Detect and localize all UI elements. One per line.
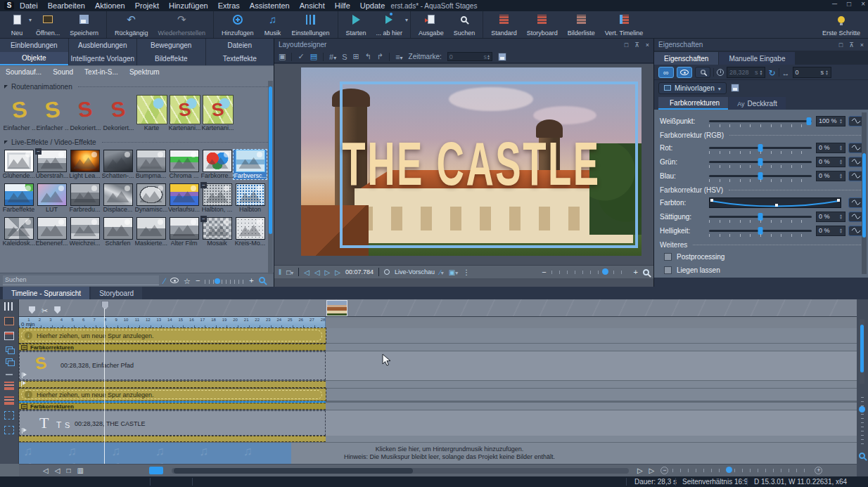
menu-item[interactable]: Datei (20, 1, 38, 10)
effect-item[interactable]: Farbkorre... (200, 150, 234, 179)
loop-button[interactable] (149, 467, 163, 474)
pin-panel-icon[interactable]: ⊼ (849, 41, 854, 48)
menu-item[interactable]: Ansicht (300, 1, 325, 10)
zoom-out-icon[interactable]: − (542, 268, 546, 276)
keyframe-flag-icon[interactable] (21, 381, 27, 387)
rail-icon[interactable] (4, 302, 14, 311)
effect-item[interactable]: Ebenenef... (35, 217, 68, 247)
timeline-clip-title[interactable]: 00:28,328, THE CASTLE (19, 410, 857, 436)
library-tab[interactable]: Einblendungen (0, 39, 68, 52)
collapse-icon[interactable] (21, 404, 27, 409)
list-icon[interactable]: ≡ (395, 53, 402, 61)
track-header[interactable]: Farbkorrekturen (19, 344, 857, 351)
go-start-icon[interactable]: ◁ (43, 467, 49, 474)
timeline-zoom-fit-icon[interactable] (859, 453, 865, 459)
step-back-icon[interactable]: ◁ (55, 467, 60, 474)
toolbar-button[interactable]: Ausgabe (414, 11, 449, 38)
library-subtab[interactable]: Soundauf... (6, 68, 42, 76)
video-preview[interactable]: THE CASTLE (301, 67, 642, 256)
jump-end-icon[interactable]: ▷ (325, 268, 331, 276)
select-tool-icon[interactable]: ▣ (279, 52, 286, 61)
rail-icon[interactable] (4, 411, 14, 420)
timeline-clip-path[interactable]: 00:28,328, Einfacher Pfad (19, 351, 857, 380)
effect-item[interactable]: Farbversc... (234, 150, 267, 179)
properties-scrollbar[interactable] (862, 112, 867, 274)
apply-icon[interactable]: ✓ (298, 52, 304, 61)
screen-icon[interactable]: ▤ (310, 52, 317, 61)
effect-item[interactable]: Überstrah... (35, 150, 68, 179)
rail-icon[interactable] (4, 426, 14, 434)
keyframe-flag-icon[interactable] (22, 372, 27, 378)
effect-item[interactable]: Chroma ... (167, 150, 200, 179)
slider-thumb[interactable] (758, 158, 763, 166)
save-view-icon[interactable] (498, 53, 506, 61)
timeline-hscrollbar[interactable] (172, 468, 629, 474)
curve-handle[interactable] (775, 204, 778, 207)
rail-icon[interactable] (4, 317, 14, 325)
effect-item[interactable]: Halbton (234, 183, 267, 213)
offset-input[interactable]: 0 s (793, 67, 831, 78)
duration-input[interactable]: 28,328 s (727, 67, 765, 78)
toolbar-button[interactable]: Hinzufügen (217, 11, 259, 38)
toolbar-button[interactable]: Starten (341, 11, 371, 38)
effect-item[interactable]: Schärfen (101, 217, 134, 247)
stop-icon[interactable]: □ (66, 467, 70, 474)
more-options-icon[interactable]: ⋮ (463, 268, 470, 276)
thumbnail-size-slider[interactable] (205, 280, 244, 284)
playhead-marker[interactable] (101, 301, 109, 310)
track-drop-zone[interactable]: Hierher ziehen, um neue Spur anzulegen. (19, 389, 857, 401)
spinner[interactable] (825, 70, 829, 75)
scrollbar-thumb[interactable] (174, 468, 413, 474)
color-value[interactable]: 0 % (816, 171, 845, 181)
timeline-tab[interactable]: Storyboard (91, 287, 142, 299)
rail-icon[interactable] (6, 358, 13, 364)
curve-handle[interactable] (710, 199, 713, 202)
weisspunkt-value[interactable]: 100 % (816, 116, 845, 126)
zeitmarke-input[interactable]: 0 s (447, 52, 492, 61)
color-value[interactable]: 0 % (816, 226, 845, 236)
effect-item[interactable]: Glühende... (2, 150, 35, 179)
pen-icon[interactable]: ∕ (440, 268, 444, 276)
curve-handle[interactable] (837, 199, 840, 202)
color-value[interactable]: 0 % (816, 143, 845, 153)
properties-tab[interactable]: Manuelle Eingabe (719, 52, 795, 65)
pin-panel-icon[interactable]: ⊼ (634, 41, 639, 48)
pen-filter-icon[interactable] (164, 274, 165, 287)
effect-item[interactable]: Farbredu... (68, 183, 101, 213)
track-header[interactable]: Farbkorrekturen (19, 403, 857, 410)
library-subtab[interactable]: Spektrum (129, 68, 160, 76)
float-panel-icon[interactable]: □ (625, 41, 628, 48)
search-properties-icon[interactable] (695, 67, 710, 78)
time-ruler[interactable]: 0 min 1234567891011121314151617181920212… (19, 317, 857, 328)
favorites-star-icon[interactable] (184, 274, 191, 287)
stop-icon[interactable]: □ (286, 268, 293, 276)
track-drop-zone[interactable]: Hierher ziehen, um neue Spur anzulegen. (19, 328, 857, 343)
effect-item[interactable]: Farbeffekte (2, 183, 35, 213)
link-icon[interactable] (658, 67, 674, 78)
menu-item[interactable]: Projekt (135, 1, 159, 10)
zoom-in-icon[interactable]: + (815, 467, 822, 474)
slider-thumb[interactable] (215, 278, 220, 284)
route-animation-item[interactable]: Einfacher ... (3, 95, 36, 131)
zoom-in-icon[interactable]: + (249, 276, 253, 285)
scrollbar-thumb[interactable] (862, 153, 866, 238)
slider-thumb[interactable] (806, 117, 811, 125)
go-end-icon[interactable]: ▷ (649, 467, 655, 474)
timeline-vscrollbar[interactable] (860, 319, 864, 384)
menu-item[interactable]: Update (360, 1, 385, 10)
close-panel-icon[interactable]: × (860, 41, 864, 48)
menu-item[interactable]: Extras (218, 1, 240, 10)
color-value[interactable]: 0 % (816, 157, 845, 167)
effect-item[interactable]: Mosaik (200, 217, 234, 247)
section-routenanimationen[interactable]: Routenanimationen (4, 83, 269, 91)
library-subtab[interactable]: Text-in-S... (84, 68, 118, 76)
marker-icon[interactable] (54, 306, 60, 314)
section-live-effekte[interactable]: Live-Effekte / Video-Effekte (4, 138, 269, 146)
library-tab[interactable]: Ausblendungen (69, 39, 137, 52)
effect-item[interactable]: Dynamisc... (134, 183, 167, 213)
color-value[interactable]: 0 % (816, 212, 845, 222)
library-scrollbar[interactable] (268, 81, 273, 274)
scissors-icon[interactable] (42, 304, 48, 316)
timeline-tab[interactable]: Timeline - Spuransicht (3, 287, 89, 299)
library-tab[interactable]: Texteffekte (206, 52, 274, 65)
